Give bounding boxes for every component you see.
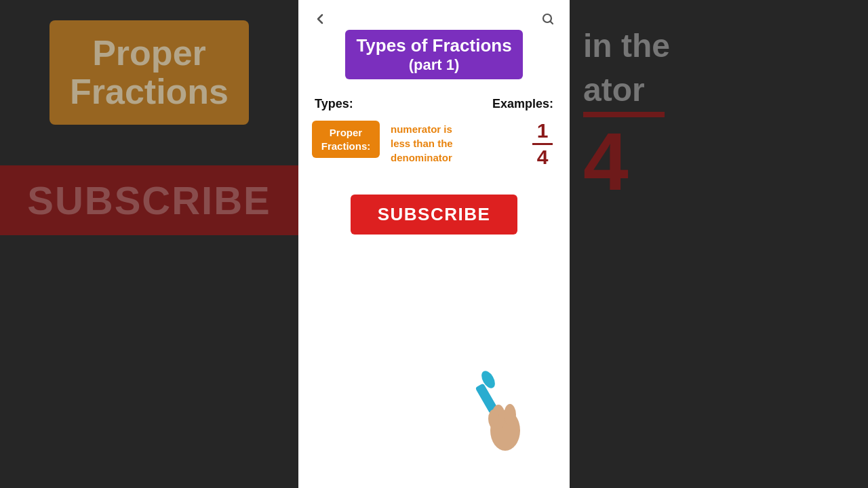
bg-left-title-line2: Fractions	[70, 73, 229, 111]
svg-point-6	[488, 409, 499, 428]
bg-left-content: Proper Fractions SUBSCRIBE	[0, 0, 298, 488]
proper-label-line1: Proper	[330, 127, 362, 138]
title-block: Types of Fractions (part 1)	[345, 30, 522, 79]
bg-left-title-line1: Proper	[70, 34, 229, 73]
svg-point-5	[504, 404, 516, 426]
col-examples-label: Examples:	[492, 97, 553, 111]
bg-left-title-block: Proper Fractions	[50, 20, 249, 125]
bg-right-text-ator: ator	[583, 71, 645, 108]
desc-line2: less than the	[391, 138, 453, 149]
subscribe-label: SUBSCRIBE	[378, 204, 491, 224]
bg-right-number: 4	[583, 121, 629, 202]
fraction-example: 1 4	[529, 121, 556, 167]
search-button[interactable]	[537, 8, 559, 30]
fraction-numerator: 1	[537, 121, 549, 141]
back-button[interactable]	[309, 8, 331, 30]
desc-line3: denominator	[391, 152, 452, 163]
proper-fractions-desc: numerator is less than the denominator	[391, 121, 518, 165]
proper-fractions-label: Proper Fractions:	[312, 121, 380, 158]
proper-label-line2: Fractions:	[321, 140, 371, 152]
search-icon	[541, 12, 555, 26]
desc-line1: numerator is	[391, 123, 452, 135]
bg-right-content: in the ator 4	[570, 0, 868, 488]
back-icon	[313, 12, 327, 26]
content-area: Types: Examples: Proper Fractions: numer…	[298, 86, 570, 235]
title-line1: Types of Fractions	[356, 35, 511, 56]
col-types-label: Types:	[315, 97, 353, 111]
column-headers: Types: Examples:	[312, 97, 556, 111]
hand-marker-area	[468, 366, 529, 461]
fraction-denominator: 4	[537, 147, 549, 167]
top-bar	[298, 0, 570, 35]
bg-left-subscribe-text: SUBSCRIBE	[27, 178, 271, 222]
bg-right-text-in: in the	[583, 27, 670, 64]
proper-fraction-row: Proper Fractions: numerator is less than…	[312, 121, 556, 167]
hand-marker-svg	[468, 366, 529, 461]
fraction-line	[532, 143, 553, 145]
title-line2: (part 1)	[356, 56, 511, 74]
background-left: Proper Fractions SUBSCRIBE	[0, 0, 298, 488]
bg-left-subscribe: SUBSCRIBE	[0, 165, 298, 235]
main-panel: Types of Fractions (part 1) Types: Examp…	[298, 0, 570, 488]
subscribe-button[interactable]: SUBSCRIBE	[351, 195, 518, 235]
background-right: in the ator 4	[570, 0, 868, 488]
